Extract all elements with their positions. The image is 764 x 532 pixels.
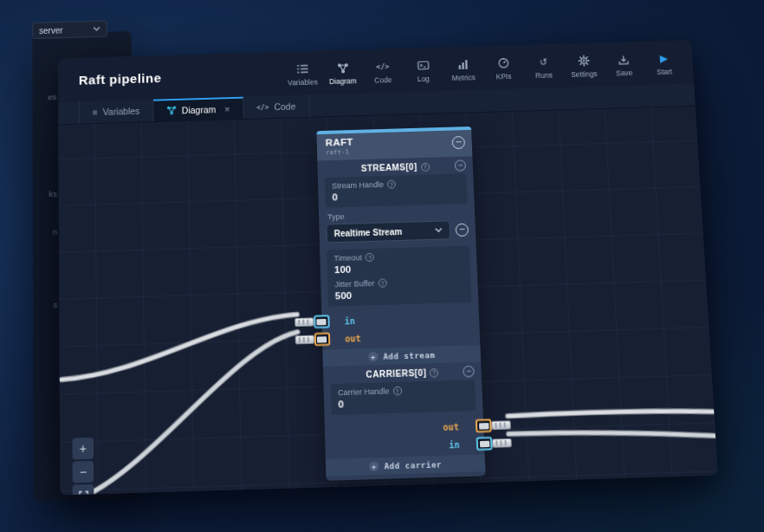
- bar-chart-icon: [457, 58, 469, 71]
- toolbar-label: Variables: [288, 77, 318, 87]
- save-icon: [618, 53, 630, 66]
- collapse-carriers-button[interactable]: −: [463, 366, 475, 378]
- add-carrier-label: Add carrier: [384, 460, 442, 470]
- type-menu-button[interactable]: ···: [456, 223, 469, 236]
- sidebar-item-fragment[interactable]: n: [38, 227, 57, 237]
- toolbar-label: Diagram: [329, 76, 357, 86]
- cable-plug-tip: [316, 318, 326, 324]
- tilted-scene: es ks n s server Raft pipeline Variables: [0, 0, 764, 532]
- toolbar-label: Start: [657, 67, 672, 75]
- cable-plug-tip: [479, 423, 489, 430]
- stream-handle-value[interactable]: 0: [332, 188, 460, 202]
- help-icon[interactable]: ?: [378, 279, 386, 288]
- terminal-icon: [417, 59, 429, 72]
- toolbar-kpis[interactable]: KPIs: [482, 54, 524, 81]
- toolbar-save[interactable]: Save: [603, 50, 644, 77]
- toolbar-label: Code: [374, 75, 392, 84]
- stream-type-select[interactable]: Realtime Stream: [326, 220, 450, 243]
- tab-variables[interactable]: ≡ Variables: [79, 100, 153, 124]
- tab-label: Variables: [103, 106, 140, 117]
- cable-out-left: [86, 332, 301, 495]
- jitter-buffer-label: Jitter Buffer: [334, 279, 374, 289]
- add-stream-label: Add stream: [383, 350, 435, 360]
- stream-handle-label: Stream Handle: [332, 180, 384, 191]
- toolbar-log[interactable]: Log: [403, 56, 444, 83]
- timeout-label: Timeout: [333, 253, 362, 263]
- port-label-out: out: [345, 334, 361, 344]
- toolbar-label: Settings: [571, 69, 598, 79]
- gauge-icon: [497, 56, 509, 69]
- type-label: Type: [327, 209, 466, 222]
- cable-in-left: [61, 315, 298, 380]
- toolbar-label: KPIs: [495, 72, 511, 81]
- tab-diagram[interactable]: Diagram ×: [153, 97, 244, 121]
- stream-handle-field[interactable]: Stream Handle? 0: [325, 173, 468, 207]
- cable-out-right: [508, 409, 714, 418]
- collapse-streams-button[interactable]: −: [455, 159, 466, 171]
- tab-label: Code: [274, 101, 295, 112]
- code-icon: </>: [376, 60, 390, 73]
- zoom-fit-button[interactable]: [73, 484, 94, 496]
- help-icon[interactable]: ?: [387, 180, 396, 189]
- zoom-out-button[interactable]: −: [73, 461, 94, 483]
- server-select[interactable]: server: [32, 20, 107, 39]
- cable-plug-tip: [317, 336, 327, 342]
- chevron-down-icon: [93, 26, 100, 31]
- carrier-handle-field[interactable]: Carrier Handle? 0: [331, 380, 476, 415]
- carriers-header-label: CARRIERS[0]: [366, 368, 426, 380]
- chevron-down-icon: [435, 228, 443, 233]
- help-icon[interactable]: ?: [420, 162, 429, 171]
- help-icon[interactable]: ?: [366, 253, 374, 262]
- toolbar-code[interactable]: </> Code: [362, 57, 403, 84]
- page-title: Raft pipeline: [79, 70, 162, 87]
- diagram-canvas[interactable]: RAFT raft-1 ··· STREAMS[0]? − Stream Han…: [58, 107, 717, 496]
- plus-icon: +: [369, 461, 379, 471]
- streams-header-label: STREAMS[0]: [361, 162, 418, 173]
- diagram-icon: [166, 105, 177, 116]
- list-icon: [296, 62, 308, 75]
- carrier-in-port-row: in: [325, 436, 484, 457]
- cable-plug-tip: [480, 440, 490, 447]
- stream-out-port-row: out: [322, 327, 480, 347]
- plus-icon: +: [368, 352, 378, 362]
- cable-plug: [492, 438, 512, 448]
- port-label-in: in: [449, 439, 460, 450]
- stream-params-card: Timeout? 100 Jitter Buffer? 500: [327, 246, 471, 307]
- app-window: Raft pipeline Variables Diagram </> Code: [58, 40, 718, 495]
- toolbar-variables[interactable]: Variables: [282, 60, 323, 87]
- zoom-in-button[interactable]: +: [72, 438, 94, 460]
- start-button[interactable]: ▶ Start: [643, 49, 684, 76]
- toolbar-label: Runs: [535, 70, 553, 79]
- list-icon: ≡: [93, 107, 98, 117]
- timeout-value[interactable]: 100: [334, 261, 463, 275]
- jitter-buffer-value[interactable]: 500: [335, 287, 464, 302]
- cable-plug: [295, 335, 315, 345]
- cable-plug: [295, 317, 314, 327]
- toolbar-metrics[interactable]: Metrics: [443, 55, 484, 81]
- page-background: es ks n s server Raft pipeline Variables: [0, 0, 764, 532]
- gear-icon: [577, 55, 590, 68]
- toolbar-settings[interactable]: Settings: [563, 51, 605, 78]
- node-raft[interactable]: RAFT raft-1 ··· STREAMS[0]? − Stream Han…: [316, 127, 485, 481]
- cable-plug: [491, 420, 511, 430]
- toolbar: Variables Diagram </> Code Log: [282, 49, 685, 88]
- carrier-handle-label: Carrier Handle: [338, 386, 390, 397]
- close-icon[interactable]: ×: [224, 104, 230, 114]
- help-icon[interactable]: ?: [392, 386, 401, 396]
- stream-type-value: Realtime Stream: [334, 226, 403, 237]
- server-select-value: server: [39, 25, 62, 35]
- help-icon[interactable]: ?: [430, 368, 439, 378]
- zoom-controls: + −: [72, 438, 94, 496]
- cable-in-right: [508, 428, 715, 442]
- toolbar-label: Metrics: [451, 73, 475, 81]
- tab-code[interactable]: </> Code: [243, 94, 309, 119]
- sidebar-item-fragment[interactable]: ks: [38, 189, 57, 199]
- history-icon: ↺: [539, 55, 547, 68]
- toolbar-diagram[interactable]: Diagram: [322, 58, 363, 85]
- sidebar-item-fragment[interactable]: s: [38, 300, 57, 310]
- port-label-out: out: [443, 422, 459, 432]
- toolbar-runs[interactable]: ↺ Runs: [523, 53, 565, 80]
- diagram-icon: [336, 62, 348, 75]
- carrier-handle-value[interactable]: 0: [338, 395, 469, 410]
- sidebar-item-fragment[interactable]: es: [37, 92, 56, 101]
